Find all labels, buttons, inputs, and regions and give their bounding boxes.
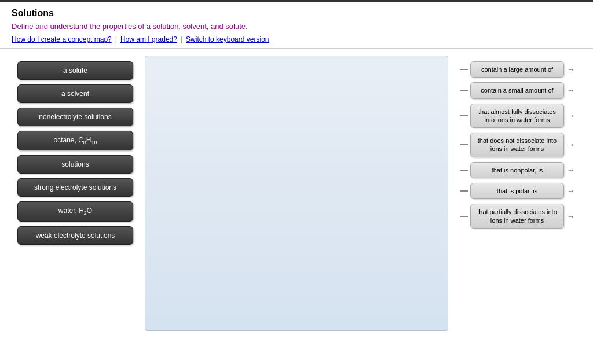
answer-item-contain-small: contain a small amount of→ [460, 82, 576, 98]
right-panel: contain a large amount of→contain a smal… [454, 56, 581, 331]
concept-map-link[interactable]: How do I create a concept map? [12, 35, 112, 43]
header: Solutions Define and understand the prop… [0, 2, 593, 49]
arrow-right-icon: → [566, 140, 576, 149]
draggable-item-a-solute[interactable]: a solute [17, 61, 133, 80]
separator1: | [115, 35, 117, 43]
connector-line [460, 115, 468, 116]
arrow-right-icon: → [566, 186, 576, 196]
answer-box-does-not-dissociate[interactable]: that does not dissociate into ions in wa… [470, 133, 564, 157]
arrow-right-icon: → [566, 65, 576, 74]
draggable-item-water[interactable]: water, H2O [17, 201, 133, 221]
answer-item-partially-dissociates: that partially dissociates into ions in … [460, 204, 576, 229]
connector-line [460, 69, 468, 70]
draggable-item-solutions[interactable]: solutions [17, 155, 133, 174]
answer-box-contain-large[interactable]: contain a large amount of [470, 61, 564, 78]
draggable-item-nonelectrolyte-solutions[interactable]: nonelectrolyte solutions [17, 108, 133, 126]
subtitle: Define and understand the properties of … [12, 22, 581, 31]
draggable-item-a-solvent[interactable]: a solvent [17, 84, 133, 103]
answer-item-almost-fully-dissociates: that almost fully dissociates into ions … [460, 104, 576, 128]
connector-line [460, 170, 468, 171]
answer-box-almost-fully-dissociates[interactable]: that almost fully dissociates into ions … [470, 104, 564, 128]
connector-line [460, 216, 468, 217]
arrow-right-icon: → [566, 111, 576, 120]
center-drop-zone[interactable] [145, 56, 448, 331]
draggable-item-strong-electrolyte-solutions[interactable]: strong electrolyte solutions [17, 178, 133, 197]
arrow-right-icon: → [566, 212, 576, 221]
arrow-right-icon: → [566, 166, 576, 175]
answer-box-contain-small[interactable]: contain a small amount of [470, 82, 564, 98]
connector-line [460, 144, 468, 145]
main-area: a solutea solventnonelectrolyte solution… [0, 49, 593, 338]
help-links: How do I create a concept map? | How am … [12, 35, 581, 48]
answer-box-partially-dissociates[interactable]: that partially dissociates into ions in … [470, 204, 564, 229]
keyboard-link[interactable]: Switch to keyboard version [186, 35, 269, 43]
separator2: | [181, 35, 182, 43]
answer-item-contain-large: contain a large amount of→ [460, 61, 576, 78]
draggable-item-weak-electrolyte-solutions[interactable]: weak electrolyte solutions [17, 226, 133, 245]
left-panel: a solutea solventnonelectrolyte solution… [12, 56, 139, 331]
answer-item-does-not-dissociate: that does not dissociate into ions in wa… [460, 133, 576, 157]
answer-box-polar[interactable]: that is polar, is [470, 183, 564, 199]
page-title: Solutions [12, 8, 581, 19]
connector-line [460, 190, 468, 192]
arrow-right-icon: → [566, 86, 576, 95]
answer-item-nonpolar: that is nonpolar, is→ [460, 162, 576, 178]
answer-item-polar: that is polar, is→ [460, 183, 576, 199]
grading-link[interactable]: How am I graded? [120, 35, 177, 43]
draggable-item-octane[interactable]: octane, C8H18 [17, 131, 133, 150]
answer-box-nonpolar[interactable]: that is nonpolar, is [470, 162, 564, 178]
connector-line [460, 90, 468, 91]
